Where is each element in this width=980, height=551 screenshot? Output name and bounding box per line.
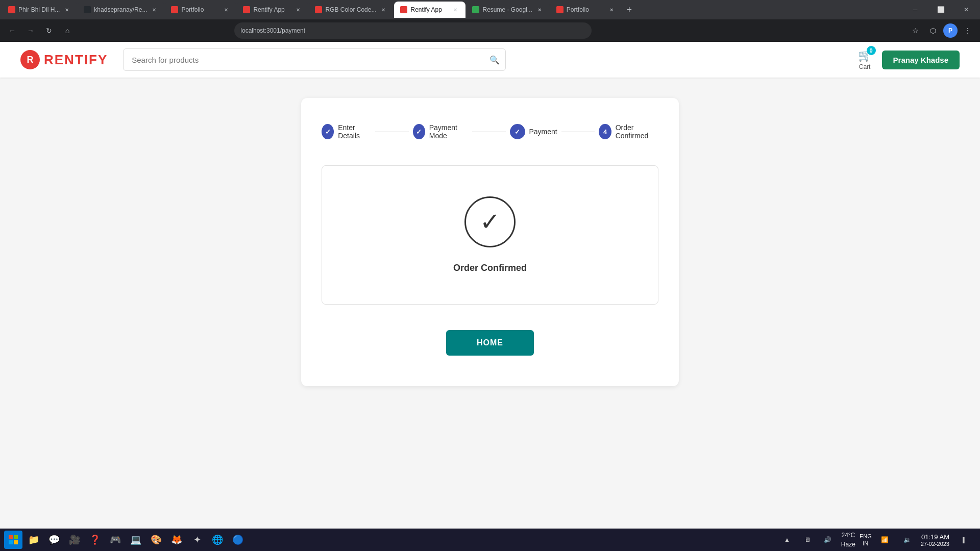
step-1-circle: ✓ [322, 124, 334, 139]
more-options-btn[interactable]: ⋮ [960, 22, 976, 39]
chrome-btn[interactable]: 🌐 [208, 531, 227, 549]
home-nav-btn[interactable]: ⌂ [59, 22, 76, 39]
discord-btn[interactable]: 💬 [45, 531, 63, 549]
close-window-btn[interactable]: ✕ [954, 0, 978, 19]
header-right: 🛒 0 Cart Pranay Khadse [858, 49, 960, 70]
weather-temp: 24°C [841, 532, 855, 539]
profile-account-btn[interactable]: P [942, 22, 959, 39]
tab-khadsepranay[interactable]: khadsepranay/Re... ✕ [78, 2, 164, 18]
tab-label: Portfolio [181, 6, 219, 13]
logo-text-rest: FY [89, 52, 108, 67]
tab-portfolio-2[interactable]: Portfolio ✕ [550, 2, 622, 18]
wifi-icon[interactable]: 📶 [876, 531, 894, 549]
check-circle: ✓ [464, 196, 516, 247]
minimize-btn[interactable]: ─ [903, 0, 927, 19]
search-input[interactable] [123, 48, 506, 71]
tab-rentify-1[interactable]: Rentify App ✕ [237, 2, 308, 18]
search-icon[interactable]: 🔍 [489, 55, 500, 65]
volume-icon[interactable]: 🔊 [819, 531, 837, 549]
tab-favicon [472, 6, 479, 13]
file-manager-btn[interactable]: 📁 [24, 531, 43, 549]
start-button[interactable] [4, 531, 22, 549]
tab-label: Rentify App [253, 6, 291, 13]
cart-button[interactable]: 🛒 0 Cart [858, 49, 872, 70]
tab-close-btn[interactable]: ✕ [222, 6, 230, 14]
step-3-check: ✓ [514, 128, 520, 136]
tab-close-btn[interactable]: ✕ [150, 6, 158, 14]
home-button[interactable]: HOME [446, 330, 534, 356]
tab-bar: Phir Bhi Dil H... ✕ khadsepranay/Re... ✕… [0, 0, 980, 19]
tab-label: RGB Color Code... [325, 6, 376, 13]
tab-resume[interactable]: Resume - Googl... ✕ [466, 2, 549, 18]
step-1-check: ✓ [325, 128, 331, 136]
taskbar-left: 📁 💬 🎥 ❓ 🎮 💻 🎨 🦊 ✦ 🌐 🔵 [4, 531, 247, 549]
weather-desc: Haze [841, 541, 855, 548]
language-info: ENG IN [860, 533, 872, 547]
back-btn[interactable]: ← [4, 22, 20, 39]
step-1-label: Enter Details [338, 123, 371, 140]
bookmark-btn[interactable]: ☆ [908, 22, 924, 39]
step-enter-details: ✓ Enter Details [322, 123, 371, 140]
figma-btn[interactable]: ✦ [188, 531, 206, 549]
maximize-btn[interactable]: ⬜ [929, 0, 952, 19]
tray-up-arrow[interactable]: ▲ [778, 531, 796, 549]
app3-btn[interactable]: 🎨 [147, 531, 165, 549]
edge-btn[interactable]: 🔵 [229, 531, 247, 549]
zoom-btn[interactable]: 🎥 [65, 531, 84, 549]
tab-label: Portfolio [567, 6, 604, 13]
app4-btn[interactable]: 🦊 [167, 531, 186, 549]
extensions-btn[interactable]: ⬡ [925, 22, 941, 39]
app1-btn[interactable]: 🎮 [106, 531, 125, 549]
step-2-circle: ✓ [413, 124, 425, 139]
tab-favicon [8, 6, 15, 13]
app-header: R RENTIFY 🔍 🛒 0 Cart Pranay Khadse [0, 42, 980, 78]
home-btn-wrapper: HOME [322, 330, 658, 356]
svg-rect-0 [9, 535, 13, 539]
clock-date: 27-02-2023 [921, 541, 949, 547]
weather-info: 24°C Haze [841, 532, 855, 548]
address-bar: ← → ↻ ⌂ localhost:3001/payment ☆ ⬡ P ⋮ [0, 19, 980, 42]
search-box[interactable]: 🔍 [123, 48, 506, 71]
step-order-confirmed: 4 Order Confirmed [599, 123, 658, 140]
step-payment-mode: ✓ Payment Mode [413, 123, 468, 140]
step-3-label: Payment [529, 128, 557, 136]
tab-close-btn[interactable]: ✕ [607, 6, 616, 14]
url-text: localhost:3001/payment [240, 27, 305, 34]
tab-favicon [556, 6, 564, 13]
tab-portfolio-1[interactable]: Portfolio ✕ [165, 2, 236, 18]
tab-close-btn[interactable]: ✕ [379, 6, 387, 14]
user-button[interactable]: Pranay Khadse [882, 51, 960, 69]
tab-close-btn[interactable]: ✕ [294, 6, 302, 14]
step-4-circle: 4 [599, 124, 611, 139]
forward-btn[interactable]: → [22, 22, 39, 39]
logo-letter: R [27, 55, 34, 65]
volume-sys-icon[interactable]: 🔉 [898, 531, 917, 549]
step-connector-1 [375, 132, 409, 132]
network-icon[interactable]: 🖥 [798, 531, 817, 549]
tab-label: Resume - Googl... [482, 6, 532, 13]
url-bar[interactable]: localhost:3001/payment [234, 22, 592, 39]
step-4-number: 4 [603, 128, 607, 136]
svg-rect-3 [14, 540, 18, 544]
help-btn[interactable]: ❓ [86, 531, 104, 549]
step-4-label: Order Confirmed [616, 123, 658, 140]
step-connector-2 [472, 132, 506, 132]
tab-close-btn[interactable]: ✕ [535, 6, 544, 14]
taskbar-right: ▲ 🖥 🔊 24°C Haze ENG IN 📶 🔉 01:19 AM 27-0… [778, 531, 976, 549]
lang-region: IN [860, 540, 872, 547]
tab-favicon [315, 6, 322, 13]
step-payment: ✓ Payment [510, 124, 557, 139]
tab-close-btn[interactable]: ✕ [63, 6, 71, 14]
cart-label: Cart [859, 63, 871, 70]
logo[interactable]: R RENTIFY [20, 50, 108, 69]
tab-label: khadsepranay/Re... [94, 6, 147, 13]
tab-phir-bhi-dil[interactable]: Phir Bhi Dil H... ✕ [2, 2, 77, 18]
reload-btn[interactable]: ↻ [41, 22, 57, 39]
tab-rgb-color[interactable]: RGB Color Code... ✕ [309, 2, 394, 18]
main-content: ✓ Enter Details ✓ Payment Mode ✓ [0, 78, 980, 407]
app2-btn[interactable]: 💻 [127, 531, 145, 549]
show-desktop-btn[interactable]: ▐ [953, 531, 972, 549]
tab-rentify-active[interactable]: Rentify App ✕ [394, 2, 465, 18]
new-tab-btn[interactable]: + [622, 3, 636, 17]
tab-close-btn[interactable]: ✕ [451, 6, 459, 14]
